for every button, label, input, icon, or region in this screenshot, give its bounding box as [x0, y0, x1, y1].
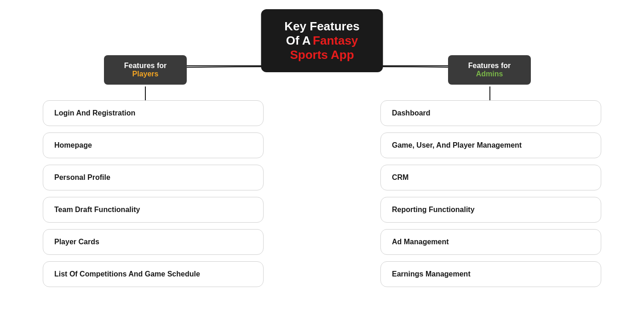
list-item: Reporting Functionality [380, 197, 601, 223]
list-item: Login And Registration [43, 100, 264, 126]
center-title-line1: Key Features [275, 19, 369, 34]
list-item: Game, User, And Player Management [380, 132, 601, 158]
admins-subbox-title: Features for [459, 62, 520, 70]
diagram-container: Key Features Of A Fantasy Sports App Fea… [0, 0, 644, 322]
center-title-of: Of A [286, 34, 311, 47]
admins-feature-list: Dashboard Game, User, And Player Managem… [380, 100, 601, 287]
list-item: Player Cards [43, 229, 264, 255]
list-item: CRM [380, 165, 601, 190]
list-item: Homepage [43, 132, 264, 158]
list-item: Ad Management [380, 229, 601, 255]
list-item: Team Draft Functionality [43, 197, 264, 223]
list-item: Earnings Management [380, 261, 601, 287]
list-item: Personal Profile [43, 165, 264, 190]
players-subbox-title: Features for [115, 62, 176, 70]
center-title-sports: Sports App [275, 48, 369, 62]
center-title-box: Key Features Of A Fantasy Sports App [261, 9, 383, 72]
list-item: List Of Competitions And Game Schedule [43, 261, 264, 287]
center-title-fantasy: Fantasy [313, 34, 358, 47]
players-subbox: Features for Players [104, 55, 187, 85]
list-item: Dashboard [380, 100, 601, 126]
admins-subbox: Features for Admins [448, 55, 531, 85]
players-feature-list: Login And Registration Homepage Personal… [43, 100, 264, 287]
admins-subbox-highlight: Admins [476, 70, 503, 78]
players-subbox-highlight: Players [132, 70, 159, 78]
